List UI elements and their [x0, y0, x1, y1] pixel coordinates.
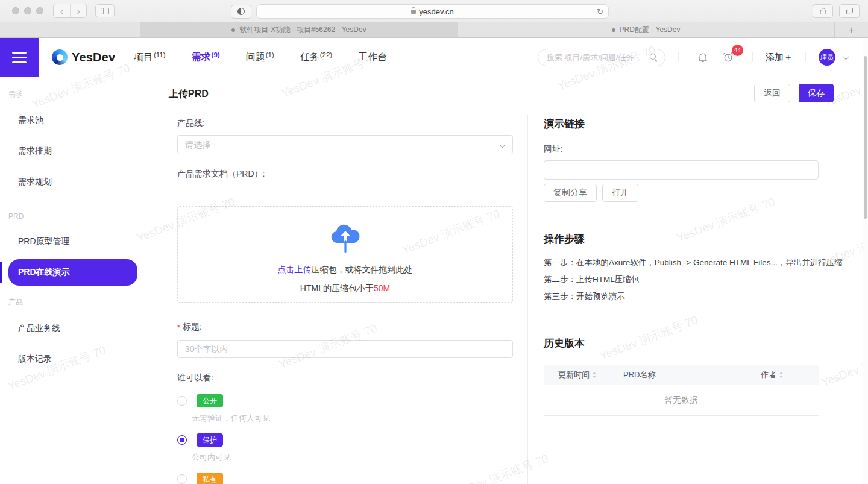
radio-public[interactable]: [177, 396, 187, 406]
nav-item-projects[interactable]: 项目(11): [134, 51, 166, 64]
shield-icon: [237, 8, 245, 15]
history-title: 历史版本: [544, 336, 819, 350]
sidebar-item-version-records[interactable]: 版本记录: [18, 354, 139, 365]
history-table: 更新时间 PRD名称 作者 暂无数据: [544, 365, 819, 416]
visibility-option-public: 公开 无需验证，任何人可见: [177, 394, 513, 424]
sidebar-toggle-button[interactable]: [95, 4, 115, 17]
share-button[interactable]: [813, 4, 833, 18]
reminder-count-badge: 44: [732, 45, 743, 56]
product-line-input[interactable]: [185, 140, 494, 149]
empty-state: 暂无数据: [544, 385, 819, 416]
sidebar-item-requirement-schedule[interactable]: 需求排期: [18, 146, 139, 157]
tab-project[interactable]: 软件项目-X功能 - 项目#56262 - YesDev: [140, 22, 458, 37]
demo-link-title: 演示链接: [544, 117, 819, 131]
sidebar-section-product: 产品: [8, 297, 139, 307]
size-hint-text: HTML的压缩包小于: [300, 283, 374, 293]
sidebar-icon: [101, 8, 109, 14]
private-badge[interactable]: 私有: [197, 473, 223, 484]
public-badge[interactable]: 公开: [197, 394, 223, 407]
menu-toggle-button[interactable]: [0, 38, 39, 77]
add-button[interactable]: 添加＋: [766, 52, 793, 63]
app-logo[interactable]: YesDev: [52, 38, 115, 77]
notifications-button[interactable]: [695, 49, 711, 65]
reload-icon[interactable]: ↻: [597, 7, 603, 16]
forward-button[interactable]: ›: [70, 4, 86, 17]
step-3: 第三步：开始预览演示: [544, 288, 819, 305]
new-tab-button[interactable]: +: [834, 22, 868, 37]
sort-icon[interactable]: [593, 372, 596, 378]
scrollbar-track[interactable]: [863, 38, 868, 484]
demo-panel: 演示链接 网址: 复制分享 打开 操作步骤 第一步：在本地的Axure软件，Pu…: [544, 115, 819, 416]
visibility-option-protected: 保护 公司内可见: [177, 433, 513, 463]
save-button[interactable]: 保存: [799, 84, 834, 102]
sidebar-section-prd: PRD: [8, 212, 139, 221]
global-search[interactable]: [538, 49, 665, 66]
app-navbar: YesDev 项目(11) 需求(9) 问题(1) 任务(22) 工作台 44 …: [0, 38, 868, 77]
tab-title: 软件项目-X功能 - 项目#56262 - YesDev: [239, 25, 366, 35]
logo-text: YesDev: [72, 51, 115, 64]
product-line-select[interactable]: [177, 135, 513, 154]
public-desc: 无需验证，任何人可见: [192, 413, 513, 424]
url-text: yesdev.cn: [419, 7, 454, 16]
sidebar-item-product-lines[interactable]: 产品业务线: [18, 323, 139, 334]
nav-item-tasks[interactable]: 任务(22): [300, 51, 332, 64]
protected-badge[interactable]: 保护: [197, 433, 223, 447]
title-input[interactable]: [185, 344, 505, 354]
nav-item-requirements[interactable]: 需求(9): [192, 51, 220, 64]
nav-item-workbench[interactable]: 工作台: [358, 51, 387, 64]
back-button[interactable]: 返回: [754, 84, 790, 102]
main-menu: 项目(11) 需求(9) 问题(1) 任务(22) 工作台: [134, 38, 413, 77]
minimize-window-icon[interactable]: [24, 7, 31, 14]
privacy-report-button[interactable]: [231, 5, 251, 19]
protected-desc: 公司内可见: [192, 452, 513, 463]
divider: [752, 52, 753, 62]
open-button[interactable]: 打开: [602, 184, 638, 202]
logo-icon: [52, 49, 68, 65]
nav-item-issues[interactable]: 问题(1): [246, 51, 274, 64]
active-indicator: [0, 262, 2, 283]
sidebar-item-requirement-pool[interactable]: 需求池: [18, 115, 139, 126]
main-content: 上传PRD 返回 保存 产品线: 产品需求文档（PRD）: 点击上传压缩包，或将…: [139, 77, 868, 484]
required-asterisk: *: [177, 323, 180, 332]
upload-hint-text: 压缩包，或将文件拖到此处: [312, 265, 413, 274]
address-bar[interactable]: yesdev.cn ↻: [256, 4, 609, 19]
sidebar-item-prd-prototype[interactable]: PRD原型管理: [18, 236, 139, 247]
search-input[interactable]: [547, 53, 650, 62]
window-controls[interactable]: [12, 7, 43, 14]
divider: [527, 115, 528, 484]
title-field-wrap: [177, 340, 513, 358]
share-icon: [819, 7, 828, 16]
step-2: 第二步：上传HTML压缩包: [544, 271, 819, 288]
scrollbar-thumb[interactable]: [864, 56, 867, 219]
sidebar-item-prd-online-demo[interactable]: PRD在线演示: [8, 259, 137, 286]
step-1: 第一步：在本地的Axure软件，Publish -> Generate HTML…: [544, 254, 819, 271]
col-prd-name: PRD名称: [623, 369, 655, 380]
visibility-option-private: 私有 仅自己可见: [177, 473, 513, 484]
sidebar-item-requirement-planning[interactable]: 需求规划: [18, 177, 139, 187]
sort-icon[interactable]: [779, 372, 783, 378]
reminders-button[interactable]: 44: [720, 49, 736, 65]
product-line-label: 产品线:: [177, 118, 513, 129]
upload-dropzone[interactable]: 点击上传压缩包，或将文件拖到此处 HTML的压缩包小于50M: [177, 206, 513, 303]
back-button[interactable]: ‹: [54, 4, 70, 17]
chevron-down-icon[interactable]: [843, 53, 849, 60]
search-icon: [650, 54, 658, 61]
steps-title: 操作步骤: [544, 232, 819, 246]
copy-share-button[interactable]: 复制分享: [544, 184, 597, 202]
zoom-window-icon[interactable]: [36, 7, 43, 14]
radio-private[interactable]: [177, 474, 187, 484]
tab-bar: 软件项目-X功能 - 项目#56262 - YesDev PRD配置 - Yes…: [0, 22, 868, 38]
close-window-icon[interactable]: [12, 7, 19, 14]
click-upload-link[interactable]: 点击上传: [278, 265, 312, 274]
radio-protected[interactable]: [177, 435, 187, 445]
bell-icon: [697, 51, 709, 63]
side-navigation: 需求 需求池 需求排期 需求规划 PRD PRD原型管理 PRD在线演示 产品 …: [0, 77, 139, 484]
demo-url-input[interactable]: [544, 161, 818, 179]
chevron-down-icon: [500, 142, 506, 148]
tab-favicon: [612, 28, 615, 32]
tab-overview-button[interactable]: [839, 4, 860, 18]
browser-toolbar: ‹ › yesdev.cn ↻: [0, 0, 868, 22]
user-avatar[interactable]: 理员: [819, 49, 835, 66]
size-limit-text: 50M: [374, 283, 390, 293]
tab-prd-config[interactable]: PRD配置 - YesDev: [458, 22, 834, 37]
